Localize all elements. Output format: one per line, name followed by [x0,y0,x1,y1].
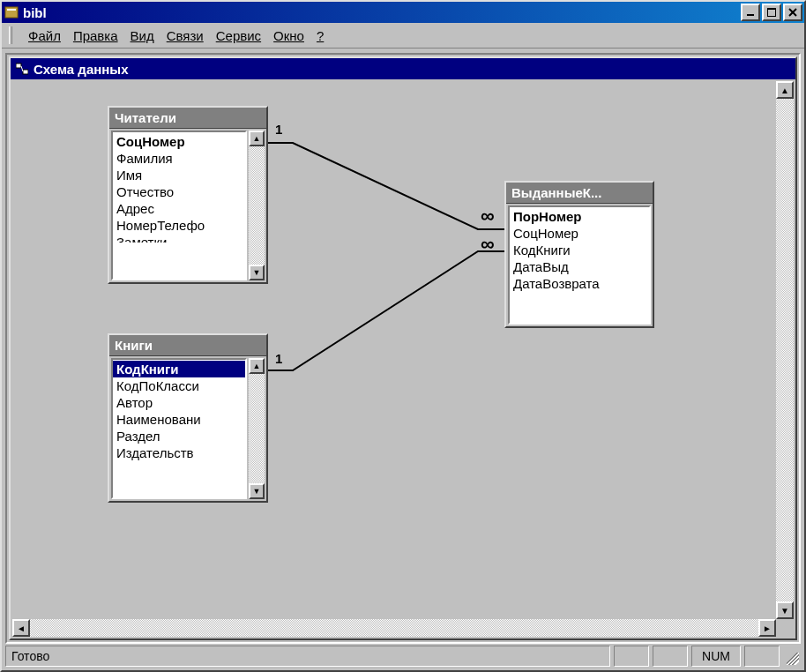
scroll-track[interactable] [249,146,265,265]
svg-rect-1 [7,9,16,11]
field-books-razdel[interactable]: Раздел [113,428,245,444]
app-window: bibl Файл Правка Вид Связи Сервис Окно ? [0,0,806,672]
scroll-down-icon[interactable]: ▼ [776,601,794,619]
field-books-avtor[interactable]: Автор [113,394,245,411]
maximize-button[interactable] [762,4,781,21]
scroll-up-icon[interactable]: ▲ [249,358,265,374]
field-books-kodknigi[interactable]: КодКниги [113,361,245,377]
table-books-fields[interactable]: КодКниги КодПоКласси Автор Наименовани Р… [111,358,247,499]
menu-tools[interactable]: Сервис [216,28,261,43]
scroll-up-icon[interactable]: ▲ [249,131,265,146]
field-readers-imya[interactable]: Имя [113,167,245,183]
menu-view[interactable]: Вид [131,28,154,43]
child-titlebar[interactable]: Схема данных [11,58,795,79]
field-readers-nomertelefona[interactable]: НомерТелефо [113,217,245,234]
menu-window[interactable]: Окно [273,28,304,43]
field-loans-socnomer[interactable]: СоцНомер [510,225,649,242]
scroll-up-icon[interactable]: ▲ [776,81,794,99]
svg-line-9 [21,66,23,71]
titlebar[interactable]: bibl [2,2,804,23]
field-readers-otchestvo[interactable]: Отчество [113,183,245,200]
relationship-canvas[interactable]: 1 ∞ 1 ∞ Читатели СоцНомер Фамилия Имя От… [11,79,795,638]
scroll-right-icon[interactable]: ► [758,619,776,637]
menu-file[interactable]: Файл [28,28,61,43]
app-icon [4,4,19,20]
status-text: Готово [5,646,610,667]
relationships-window[interactable]: Схема данных 1 ∞ 1 ∞ Читатели [9,56,797,640]
svg-rect-8 [23,70,28,74]
field-books-izdatelstvo[interactable]: Издательств [113,444,245,461]
cardinality-readers-one: 1 [275,122,282,137]
field-loans-kodknigi[interactable]: КодКниги [510,242,649,258]
scroll-down-icon[interactable]: ▼ [249,265,265,280]
table-loans-header[interactable]: ВыданныеК... [506,183,653,204]
field-loans-pornomer[interactable]: ПорНомер [510,208,649,225]
field-loans-datavyd[interactable]: ДатаВыд [510,258,649,275]
resize-grip[interactable] [783,646,801,667]
cardinality-books-one: 1 [275,351,282,366]
child-title-text: Схема данных [34,62,129,77]
child-vertical-scrollbar[interactable]: ▲ ▼ [776,81,794,619]
status-pane-blank-2 [653,646,688,667]
status-pane-blank-1 [614,646,649,667]
statusbar: Готово NUM [5,646,801,667]
cardinality-loans-many-2: ∞ [481,238,495,250]
field-books-naimenovanie[interactable]: Наименовани [113,411,245,428]
svg-rect-4 [767,8,776,10]
mdi-area: Схема данных 1 ∞ 1 ∞ Читатели [5,53,801,644]
field-loans-datavozvrata[interactable]: ДатаВозврата [510,275,649,292]
minimize-button[interactable] [741,4,760,21]
close-button[interactable] [783,4,802,21]
table-books-header[interactable]: Книги [109,335,266,356]
scroll-down-icon[interactable]: ▼ [249,483,265,499]
table-loans-fields[interactable]: ПорНомер СоцНомер КодКниги ДатаВыд ДатаВ… [508,205,651,325]
scroll-left-icon[interactable]: ◄ [12,619,30,637]
scroll-track[interactable] [30,619,758,637]
status-pane-blank-3 [744,646,780,667]
scroll-corner [776,619,794,637]
menu-help[interactable]: ? [317,28,324,43]
svg-rect-7 [16,63,21,68]
field-books-kodpoklassi[interactable]: КодПоКласси [113,377,245,394]
menu-edit[interactable]: Правка [73,28,118,43]
table-readers[interactable]: Читатели СоцНомер Фамилия Имя Отчество А… [108,106,268,284]
field-readers-familia[interactable]: Фамилия [113,150,245,167]
field-readers-adres[interactable]: Адрес [113,200,245,217]
relationships-icon [14,61,30,77]
app-title: bibl [23,5,741,20]
field-readers-zametki[interactable]: Заметки [113,234,245,243]
menubar-handle[interactable] [9,26,12,44]
table-loans[interactable]: ВыданныеК... ПорНомер СоцНомер КодКниги … [504,181,654,328]
table-books-scrollbar[interactable]: ▲ ▼ [249,358,265,499]
field-readers-socnomer[interactable]: СоцНомер [113,133,245,150]
child-horizontal-scrollbar[interactable]: ◄ ► [12,619,794,637]
status-numlock: NUM [691,646,741,667]
scroll-track[interactable] [249,374,265,483]
scroll-track[interactable] [776,99,794,601]
svg-rect-2 [747,14,754,16]
cardinality-loans-many-1: ∞ [481,210,495,222]
svg-rect-0 [5,7,18,18]
table-readers-scrollbar[interactable]: ▲ ▼ [249,131,265,280]
table-readers-fields[interactable]: СоцНомер Фамилия Имя Отчество Адрес Номе… [111,131,247,280]
menu-relations[interactable]: Связи [167,28,204,43]
table-books[interactable]: Книги КодКниги КодПоКласси Автор Наимено… [108,333,268,503]
menubar: Файл Правка Вид Связи Сервис Окно ? [2,23,804,49]
table-readers-header[interactable]: Читатели [109,108,266,129]
